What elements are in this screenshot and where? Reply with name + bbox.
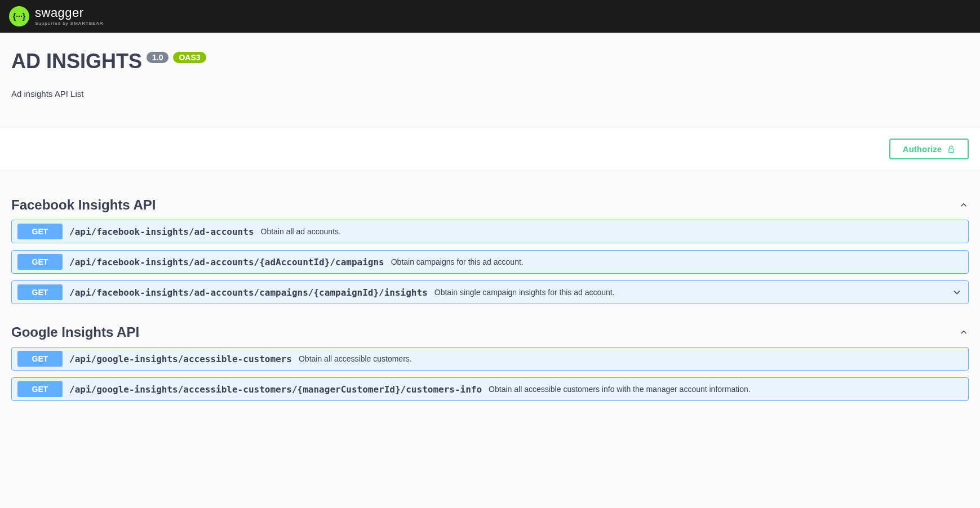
operation-path: /api/google-insights/accessible-customer…	[69, 354, 292, 364]
tag-section-google: Google Insights API GET /api/google-insi…	[11, 321, 969, 401]
api-title: AD INSIGHTS	[11, 50, 142, 73]
http-method-badge: GET	[17, 224, 63, 239]
chevron-up-icon	[959, 327, 969, 337]
operation-path: /api/google-insights/accessible-customer…	[69, 384, 482, 395]
tag-header[interactable]: Google Insights API	[11, 321, 969, 347]
topbar: {···} swagger Supported by SMARTBEAR	[0, 0, 980, 33]
tag-title: Facebook Insights API	[11, 197, 156, 213]
auth-section: Authorize	[0, 127, 980, 171]
svg-rect-0	[949, 149, 954, 152]
api-description: Ad insights API List	[11, 89, 969, 99]
operation-summary: Obtain all ad accounts.	[261, 227, 963, 236]
oas-badge: OAS3	[173, 52, 206, 63]
operation-row[interactable]: GET /api/google-insights/accessible-cust…	[11, 377, 969, 401]
chevron-up-icon	[959, 200, 969, 210]
authorize-button[interactable]: Authorize	[889, 139, 969, 159]
swagger-logo-text: swagger	[35, 7, 103, 19]
tag-title: Google Insights API	[11, 324, 139, 340]
version-badge: 1.0	[147, 52, 168, 63]
operation-summary: Obtain all accessible customers info wit…	[489, 385, 963, 394]
operation-row[interactable]: GET /api/facebook-insights/ad-accounts/{…	[11, 250, 969, 274]
operation-path: /api/facebook-insights/ad-accounts	[69, 226, 254, 237]
operation-path: /api/facebook-insights/ad-accounts/{adAc…	[69, 257, 384, 268]
http-method-badge: GET	[17, 381, 63, 397]
operation-path: /api/facebook-insights/ad-accounts/campa…	[69, 287, 428, 298]
tag-section-facebook: Facebook Insights API GET /api/facebook-…	[11, 194, 969, 304]
operation-row[interactable]: GET /api/google-insights/accessible-cust…	[11, 347, 969, 371]
api-info-section: AD INSIGHTS 1.0 OAS3 Ad insights API Lis…	[0, 33, 980, 127]
http-method-badge: GET	[17, 351, 63, 367]
swagger-logo-icon: {···}	[9, 6, 29, 26]
chevron-down-icon	[951, 287, 963, 298]
operation-row[interactable]: GET /api/facebook-insights/ad-accounts O…	[11, 220, 969, 243]
operations-content: Facebook Insights API GET /api/facebook-…	[0, 171, 980, 430]
http-method-badge: GET	[17, 254, 63, 270]
swagger-logo[interactable]: {···} swagger Supported by SMARTBEAR	[9, 6, 103, 26]
swagger-logo-subtext: Supported by SMARTBEAR	[35, 21, 103, 26]
lock-open-icon	[947, 145, 955, 154]
operation-summary: Obtain campaigns for this ad account.	[391, 257, 963, 266]
http-method-badge: GET	[17, 284, 63, 300]
operation-summary: Obtain single campaign insights for this…	[434, 288, 944, 297]
operation-row[interactable]: GET /api/facebook-insights/ad-accounts/c…	[11, 280, 969, 304]
authorize-button-label: Authorize	[903, 144, 942, 154]
tag-header[interactable]: Facebook Insights API	[11, 194, 969, 220]
operation-summary: Obtain all accessible customers.	[299, 354, 963, 363]
